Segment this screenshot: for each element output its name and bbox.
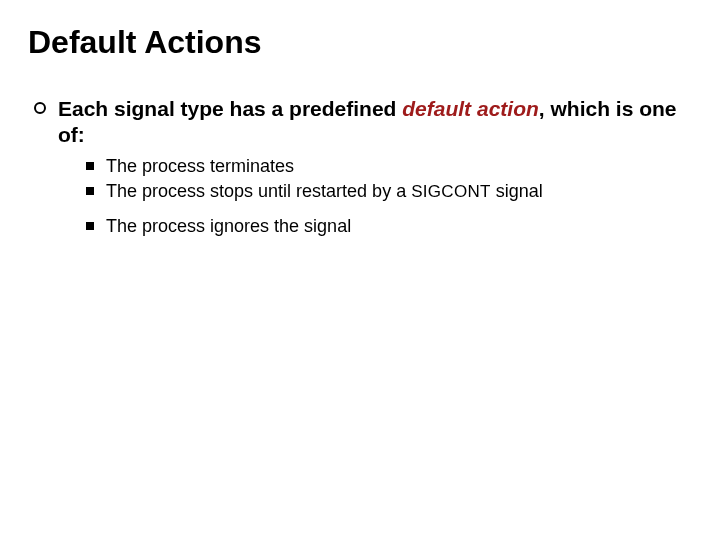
- item-text: The process ignores the signal: [106, 215, 351, 238]
- item-b-pre: The process stops until restarted by a: [106, 181, 411, 201]
- lead-text: Each signal type has a predefined defaul…: [58, 96, 680, 149]
- item-text: The process stops until restarted by a S…: [106, 180, 543, 203]
- slide: Default Actions Each signal type has a p…: [0, 0, 720, 540]
- lead-pre: Each signal type has a predefined: [58, 97, 402, 120]
- bullet-level1: Each signal type has a predefined defaul…: [34, 96, 680, 149]
- square-bullet-icon: [86, 187, 94, 195]
- item-b-post: signal: [491, 181, 543, 201]
- slide-body: Each signal type has a predefined defaul…: [34, 96, 680, 241]
- square-bullet-icon: [86, 222, 94, 230]
- list-item: The process terminates: [86, 155, 680, 178]
- sub-bullet-list: The process terminates The process stops…: [86, 155, 680, 239]
- square-bullet-icon: [86, 162, 94, 170]
- slide-title: Default Actions: [28, 24, 262, 61]
- item-text: The process terminates: [106, 155, 294, 178]
- lead-emphasis: default action: [402, 97, 539, 120]
- list-item: The process ignores the signal: [86, 215, 680, 238]
- signal-name: SIGCONT: [411, 182, 491, 201]
- list-item: The process stops until restarted by a S…: [86, 180, 680, 203]
- hollow-circle-icon: [34, 102, 46, 114]
